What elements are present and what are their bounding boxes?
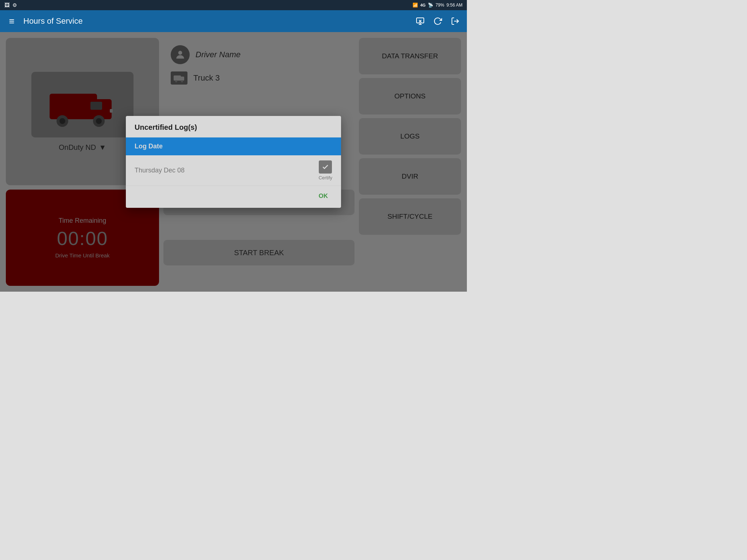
main-content: OnDuty ND ▼ Driver Name: [0, 32, 467, 292]
dialog-title: Uncertified Log(s): [126, 116, 341, 137]
page-title: Hours of Service: [23, 16, 409, 26]
android-icon: ⚙: [12, 2, 17, 8]
ok-button[interactable]: OK: [314, 190, 333, 202]
status-bar-right: 📶 4G 📡 79% 9:56 AM: [413, 3, 462, 8]
status-bar-left: 🖼 ⚙: [4, 2, 17, 8]
nav-bar: ≡ Hours of Service: [0, 10, 467, 32]
photo-icon: 🖼: [4, 2, 9, 8]
dialog-actions: OK: [126, 186, 341, 208]
signal-icon: 📡: [428, 3, 433, 8]
wifi-icon: 📶: [413, 3, 418, 8]
certify-icon: [319, 160, 332, 174]
svg-rect-0: [417, 18, 424, 23]
certify-button[interactable]: Certify: [318, 160, 332, 180]
exit-icon[interactable]: [449, 15, 461, 27]
menu-button[interactable]: ≡: [6, 15, 18, 27]
dialog-overlay: Uncertified Log(s) Log Date Thursday Dec…: [0, 32, 467, 292]
time-label: 9:56 AM: [446, 3, 462, 8]
dialog-column-header: Log Date: [126, 137, 341, 155]
uncertified-logs-dialog: Uncertified Log(s) Log Date Thursday Dec…: [126, 116, 341, 208]
refresh-icon[interactable]: [432, 15, 444, 27]
data-icon: 4G: [420, 3, 426, 7]
dialog-date-row: Thursday Dec 08 Certify: [126, 155, 341, 186]
battery-label: 79%: [436, 3, 444, 8]
dialog-date: Thursday Dec 08: [135, 167, 185, 174]
nav-icons: [414, 15, 461, 27]
status-bar: 🖼 ⚙ 📶 4G 📡 79% 9:56 AM: [0, 0, 467, 10]
monitor-icon[interactable]: [414, 15, 426, 27]
certify-label: Certify: [318, 175, 332, 180]
